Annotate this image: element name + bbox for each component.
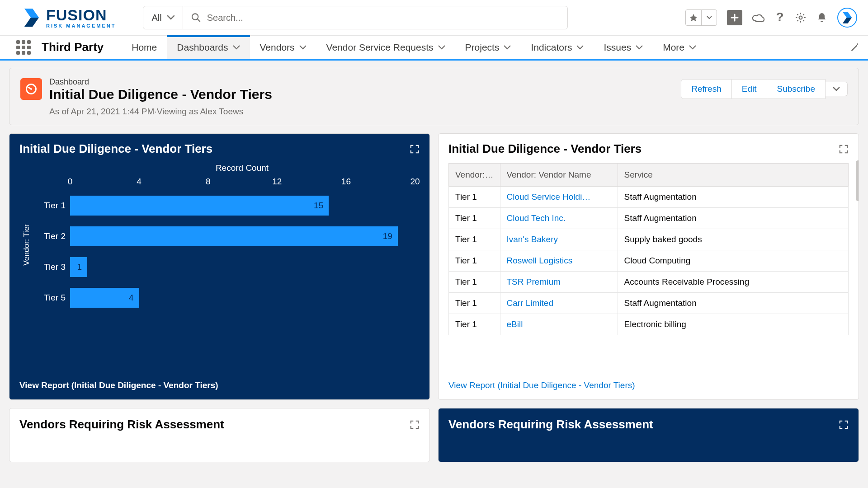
search-field [183, 13, 568, 23]
favorites-dropdown[interactable] [701, 10, 717, 25]
nav-tab-label: Home [132, 42, 157, 53]
refresh-button[interactable]: Refresh [681, 79, 732, 99]
chevron-down-icon [707, 16, 712, 19]
table-widget: Initial Due Diligence - Vendor Tiers Ven… [438, 133, 859, 400]
nav-tab-label: Vendors [260, 42, 295, 53]
table-column-header[interactable]: Vendor: Vendor Name [500, 164, 618, 187]
cell-tier: Tier 1 [449, 314, 500, 335]
svg-marker-7 [843, 18, 852, 23]
cell-vendor-name[interactable]: eBill [500, 314, 618, 335]
expand-chart-button[interactable] [410, 144, 420, 154]
cell-service: Staff Augmentation [618, 187, 849, 208]
table-row: Tier 1Carr LimitedStaff Augmentation [449, 293, 849, 314]
chevron-down-icon [576, 45, 584, 50]
cell-vendor-name[interactable]: Cloud Tech Inc. [500, 208, 618, 229]
nav-tab-vendor-service-requests[interactable]: Vendor Service Requests [316, 36, 455, 59]
global-add-button[interactable] [727, 10, 742, 25]
nav-tab-label: Projects [465, 42, 500, 53]
chart-view-report-link[interactable]: View Report (Initial Due Diligence - Ven… [9, 374, 429, 399]
bar-fill[interactable]: 4 [70, 288, 139, 308]
dashboard-header-card: Dashboard Initial Due Diligence - Vendor… [9, 68, 859, 125]
cell-tier: Tier 1 [449, 272, 500, 293]
bar-fill[interactable]: 15 [70, 196, 329, 216]
expand-table-button[interactable] [839, 144, 849, 154]
x-tick: 12 [272, 177, 282, 187]
search-input[interactable] [207, 13, 560, 23]
cell-service: Cloud Computing [618, 250, 849, 272]
expand-bottom-right-button[interactable] [839, 420, 849, 430]
subscribe-button[interactable]: Subscribe [767, 79, 826, 99]
table-header-row: Vendor:…Vendor: Vendor NameService [449, 164, 849, 187]
edit-button[interactable]: Edit [732, 79, 767, 99]
nav-tabs: HomeDashboardsVendorsVendor Service Requ… [122, 36, 706, 59]
bar-fill[interactable]: 19 [70, 226, 398, 246]
cell-vendor-name[interactable]: TSR Premium [500, 272, 618, 293]
table-row: Tier 1Roswell LogisticsCloud Computing [449, 250, 849, 272]
cell-vendor-name[interactable]: Ivan's Bakery [500, 229, 618, 250]
nav-tab-vendors[interactable]: Vendors [250, 36, 316, 59]
expand-icon [839, 420, 849, 430]
favorite-star-button[interactable] [686, 10, 701, 25]
chart-widget: Initial Due Diligence - Vendor Tiers Rec… [9, 133, 430, 400]
table-row: Tier 1Cloud Tech Inc.Staff Augmentation [449, 208, 849, 229]
chevron-down-icon [504, 45, 511, 50]
bar-row: Tier 219 [34, 221, 420, 252]
cell-vendor-name[interactable]: Roswell Logistics [500, 250, 618, 272]
cell-vendor-name[interactable]: Carr Limited [500, 293, 618, 314]
dashboard-actions: Refresh Edit Subscribe [681, 79, 848, 99]
plus-icon [730, 13, 739, 22]
page-body: Dashboard Initial Due Diligence - Vendor… [0, 61, 868, 488]
nav-tab-label: Indicators [531, 42, 572, 53]
chevron-down-icon [233, 45, 240, 50]
bar-fill[interactable]: 1 [70, 257, 87, 277]
user-avatar[interactable] [837, 8, 857, 28]
cell-service: Electronic billing [618, 314, 849, 335]
cell-service: Staff Augmentation [618, 293, 849, 314]
nav-tab-projects[interactable]: Projects [455, 36, 521, 59]
brand-logo[interactable]: FUSION RISK MANAGEMENT [22, 7, 116, 28]
gear-icon [795, 12, 807, 23]
bar-category-label: Tier 1 [34, 201, 70, 211]
bar-row: Tier 54 [34, 282, 420, 313]
nav-tab-indicators[interactable]: Indicators [521, 36, 594, 59]
bottom-right-widget: Vendors Requiring Risk Assessment [438, 408, 859, 462]
bar-track: 15 [70, 195, 415, 216]
bar-row: Tier 31 [34, 252, 420, 282]
nav-tab-home[interactable]: Home [122, 36, 167, 59]
app-name: Third Party [42, 40, 104, 54]
x-tick: 16 [341, 177, 351, 187]
brand-name: FUSION [46, 7, 116, 23]
nav-tab-more[interactable]: More [653, 36, 706, 59]
widgets-grid: Initial Due Diligence - Vendor Tiers Rec… [9, 133, 859, 462]
setup-gear-button[interactable] [795, 12, 807, 23]
chevron-down-icon [299, 45, 307, 50]
chevron-down-icon [438, 45, 445, 50]
edit-nav-button[interactable] [850, 42, 860, 52]
nav-tab-label: Issues [604, 42, 631, 53]
svg-point-9 [30, 88, 32, 90]
table-column-header[interactable]: Vendor:… [449, 164, 500, 187]
nav-tab-issues[interactable]: Issues [594, 36, 653, 59]
more-actions-button[interactable] [826, 82, 848, 96]
dashboard-asof: As of Apr 21, 2021 1:44 PM·Viewing as Al… [49, 107, 674, 117]
dashboard-icon [20, 78, 42, 100]
table-scrollbar[interactable] [856, 160, 859, 374]
cell-vendor-name[interactable]: Cloud Service Holdi… [500, 187, 618, 208]
table-widget-title: Initial Due Diligence - Vendor Tiers [448, 142, 642, 156]
expand-icon [410, 420, 420, 430]
app-launcher-button[interactable] [16, 40, 31, 55]
star-icon [689, 13, 698, 22]
help-button[interactable]: ? [775, 11, 785, 24]
x-tick: 4 [137, 177, 142, 187]
bar-track: 1 [70, 256, 415, 278]
nav-tab-dashboards[interactable]: Dashboards [167, 36, 250, 59]
salesforce-cloud-button[interactable] [752, 13, 765, 23]
table-view-report-link[interactable]: View Report (Initial Due Diligence - Ven… [439, 374, 859, 399]
bottom-left-widget: Vendors Requiring Risk Assessment [9, 408, 430, 462]
global-header: FUSION RISK MANAGEMENT All [0, 0, 868, 35]
notifications-button[interactable] [816, 12, 827, 23]
table-column-header[interactable]: Service [618, 164, 849, 187]
expand-bottom-left-button[interactable] [410, 420, 420, 430]
search-scope-selector[interactable]: All [143, 6, 183, 29]
bar-track: 19 [70, 225, 415, 247]
